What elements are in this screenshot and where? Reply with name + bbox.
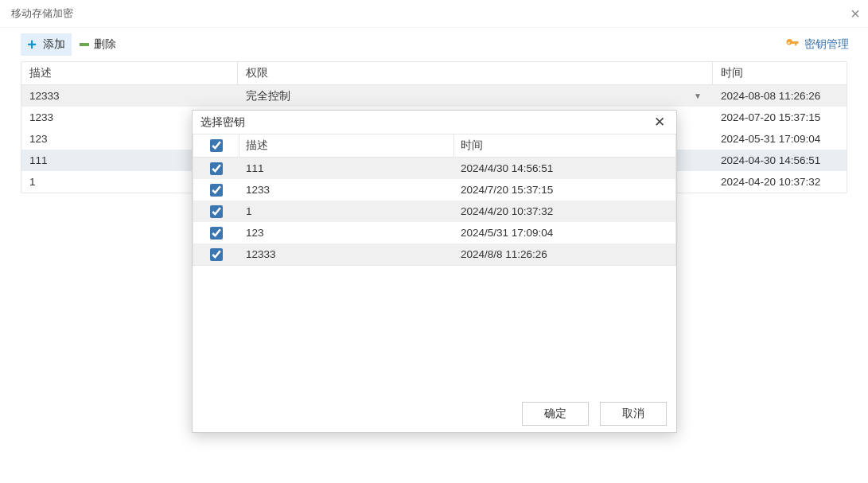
- cell-time: 2024-07-20 15:37:15: [713, 107, 847, 128]
- dialog-cell-time: 2024/8/8 11:26:26: [454, 243, 675, 265]
- dialog-body: 描述 时间 1112024/4/30 14:56:5112332024/7/20…: [193, 134, 676, 395]
- key-manage-label: 密钥管理: [804, 37, 849, 52]
- cell-time: 2024-05-31 17:09:04: [713, 128, 847, 150]
- select-key-dialog: 选择密钥 ✕ 描述 时间 1112024/4/30 14:56:51123320…: [192, 110, 677, 433]
- dialog-cell-time: 2024/7/20 15:37:15: [454, 179, 675, 201]
- key-manage-button[interactable]: 密钥管理: [785, 37, 860, 53]
- row-checkbox[interactable]: [210, 162, 223, 175]
- dialog-column-time[interactable]: 时间: [454, 134, 675, 158]
- key-icon: [785, 37, 800, 53]
- dialog-table-body: 1112024/4/30 14:56:5112332024/7/20 15:37…: [193, 158, 675, 265]
- cell-time: 2024-04-30 14:56:51: [713, 150, 847, 171]
- dialog-cell-time: 2024/5/31 17:09:04: [454, 222, 675, 243]
- column-header-time[interactable]: 时间: [713, 62, 847, 84]
- column-header-desc[interactable]: 描述: [21, 62, 238, 84]
- dialog-column-checkbox[interactable]: [193, 134, 239, 158]
- dialog-footer: 确定 取消: [193, 395, 676, 432]
- dialog-cell-desc: 1233: [239, 179, 454, 201]
- main-table-header: 描述 权限 时间: [21, 62, 847, 85]
- column-header-perm[interactable]: 权限: [238, 62, 713, 84]
- close-icon[interactable]: ×: [850, 6, 860, 21]
- dialog-cell-time: 2024/4/20 10:37:32: [454, 201, 675, 222]
- cell-time: 2024-08-08 11:26:26: [713, 85, 847, 107]
- dialog-header: 选择密钥 ✕: [193, 111, 676, 134]
- dialog-cell-desc: 123: [239, 222, 454, 243]
- dialog-column-desc[interactable]: 描述: [239, 134, 454, 158]
- row-checkbox[interactable]: [210, 227, 223, 240]
- dialog-cell-checkbox: [193, 201, 239, 222]
- dialog-cell-desc: 1: [239, 201, 454, 222]
- dialog-cell-checkbox: [193, 243, 239, 265]
- cell-perm-value: 完全控制: [246, 85, 290, 107]
- delete-button-label: 删除: [94, 37, 116, 52]
- row-checkbox[interactable]: [210, 205, 223, 218]
- add-button-label: 添加: [43, 37, 65, 52]
- dialog-table-row[interactable]: 1232024/5/31 17:09:04: [193, 222, 675, 243]
- title-bar: 移动存储加密 ×: [0, 0, 868, 27]
- dialog-table: 描述 时间 1112024/4/30 14:56:5112332024/7/20…: [193, 134, 676, 266]
- dialog-cell-checkbox: [193, 179, 239, 201]
- toolbar-left: + 添加 删除: [21, 33, 785, 56]
- dialog-table-row[interactable]: 12024/4/20 10:37:32: [193, 201, 675, 222]
- dialog-cell-checkbox: [193, 158, 239, 179]
- minus-icon: [80, 43, 89, 46]
- table-row[interactable]: 12333完全控制▼2024-08-08 11:26:26: [21, 85, 847, 107]
- dialog-close-icon[interactable]: ✕: [651, 114, 668, 130]
- row-checkbox[interactable]: [210, 248, 223, 261]
- dialog-cell-desc: 12333: [239, 243, 454, 265]
- ok-button[interactable]: 确定: [522, 402, 589, 426]
- dialog-table-row[interactable]: 123332024/8/8 11:26:26: [193, 243, 675, 265]
- cell-desc: 12333: [21, 85, 238, 107]
- dialog-header-checkbox[interactable]: [210, 139, 223, 152]
- cell-perm[interactable]: 完全控制▼: [238, 85, 713, 107]
- dialog-table-row[interactable]: 1112024/4/30 14:56:51: [193, 158, 675, 179]
- dropdown-icon: ▼: [694, 85, 705, 107]
- dialog-table-header: 描述 时间: [193, 134, 675, 158]
- dialog-title: 选择密钥: [200, 115, 651, 130]
- toolbar: + 添加 删除 密钥管理: [0, 28, 868, 61]
- cancel-button[interactable]: 取消: [600, 402, 667, 426]
- row-checkbox[interactable]: [210, 184, 223, 197]
- delete-button[interactable]: 删除: [75, 34, 121, 55]
- dialog-cell-time: 2024/4/30 14:56:51: [454, 158, 675, 179]
- plus-icon: +: [24, 37, 40, 53]
- add-button[interactable]: + 添加: [21, 33, 72, 56]
- dialog-cell-desc: 111: [239, 158, 454, 179]
- dialog-table-row[interactable]: 12332024/7/20 15:37:15: [193, 179, 675, 201]
- dialog-cell-checkbox: [193, 222, 239, 243]
- window-title: 移动存储加密: [11, 6, 73, 21]
- cell-time: 2024-04-20 10:37:32: [713, 171, 847, 193]
